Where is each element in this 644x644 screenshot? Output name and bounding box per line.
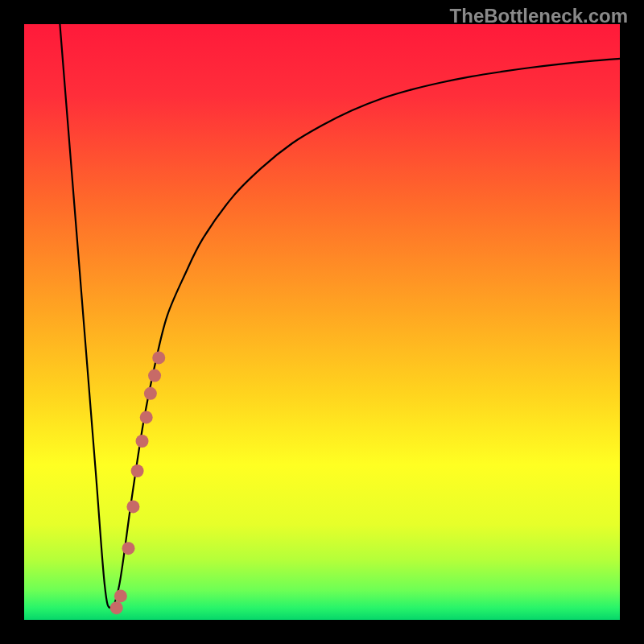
background-gradient xyxy=(24,24,620,620)
chart-stage: TheBottleneck.com xyxy=(0,0,644,644)
watermark-text: TheBottleneck.com xyxy=(450,5,628,27)
plot-area xyxy=(24,24,620,620)
svg-rect-0 xyxy=(24,24,620,620)
